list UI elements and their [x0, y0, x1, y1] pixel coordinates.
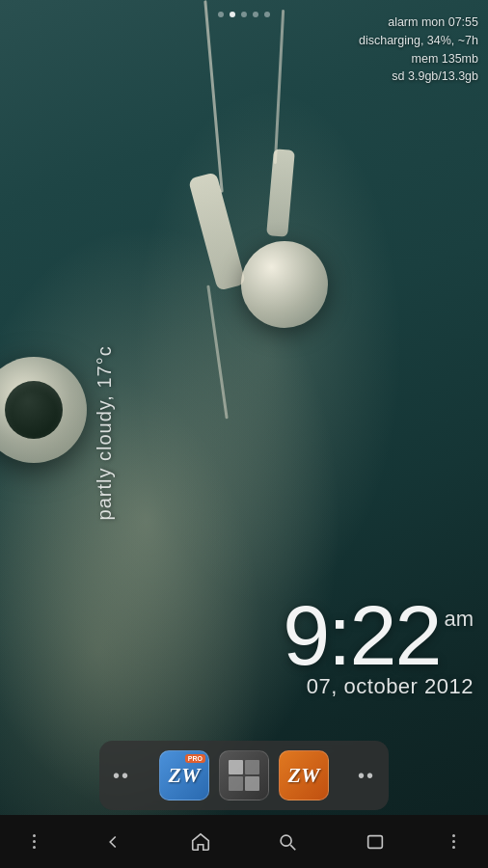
home-icon: [190, 831, 211, 853]
menu-left-button[interactable]: [17, 827, 51, 856]
grid-layout: [229, 760, 259, 791]
zwpro-letter: ZW: [169, 763, 201, 788]
clock-widget: 9:22 am 07, october 2012: [283, 593, 474, 699]
zwpro-app-icon[interactable]: ZW PRO: [159, 750, 209, 800]
zwpro-badge: PRO: [185, 754, 205, 763]
search-icon: [277, 831, 298, 853]
weather-label: partly cloudy, 17°c: [94, 345, 115, 520]
page-dot-1: [218, 12, 224, 17]
grid-app-icon[interactable]: [219, 750, 269, 800]
alarm-info: alarm mon 07:55: [359, 14, 478, 32]
dock-left-dots[interactable]: ••: [113, 765, 130, 787]
app-dock: •• ZW PRO ZW ••: [99, 741, 389, 810]
clock-date: 07, october 2012: [283, 674, 474, 699]
grid-cell-br: [245, 776, 259, 791]
dock-right-dots[interactable]: ••: [358, 765, 375, 787]
svg-line-1: [291, 845, 296, 850]
time-display: 9:22: [283, 593, 440, 678]
system-info: alarm mon 07:55 discharging, 34%, ~7h me…: [359, 14, 478, 86]
earphones-illustration: [0, 0, 488, 868]
recents-button[interactable]: [349, 824, 401, 860]
back-icon: [102, 831, 123, 853]
grid-cell-tl: [229, 760, 243, 774]
menu-left-icon: [33, 834, 36, 849]
svg-point-0: [281, 835, 291, 846]
page-dot-4: [253, 12, 258, 17]
menu-right-button[interactable]: [437, 827, 471, 856]
navigation-bar: [0, 815, 488, 868]
weather-widget: partly cloudy, 17°c: [94, 345, 116, 520]
dock-icons: ZW PRO ZW: [159, 750, 329, 800]
zw-letter: ZW: [288, 763, 320, 788]
home-button[interactable]: [175, 824, 227, 860]
svg-rect-2: [368, 835, 383, 848]
search-button[interactable]: [261, 824, 313, 860]
grid-cell-bl: [229, 776, 243, 791]
recents-icon: [365, 831, 386, 853]
grid-cell-tr: [245, 760, 259, 774]
memory-info: mem 135mb: [359, 50, 478, 68]
page-dot-2: [230, 12, 235, 17]
clock-time: 9:22 am: [283, 593, 474, 678]
page-dot-5: [264, 12, 270, 17]
menu-right-icon: [452, 834, 455, 849]
back-button[interactable]: [87, 824, 139, 860]
zw-app-icon[interactable]: ZW: [279, 750, 329, 800]
battery-info: discharging, 34%, ~7h: [359, 32, 478, 50]
page-dot-3: [241, 12, 247, 17]
storage-info: sd 3.9gb/13.3gb: [359, 68, 478, 86]
page-indicators: [218, 12, 270, 17]
time-ampm: am: [444, 607, 474, 632]
